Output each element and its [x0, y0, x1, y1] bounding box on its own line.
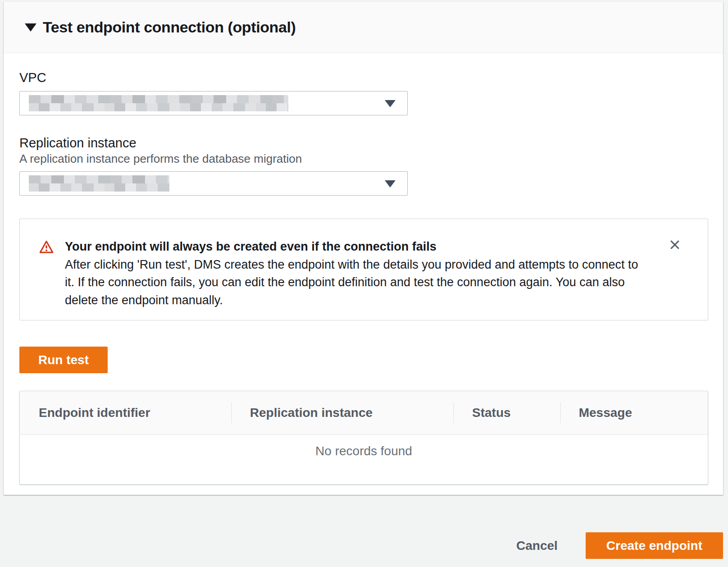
- column-header-message: Message: [560, 391, 708, 434]
- vpc-redacted-value: [29, 95, 288, 111]
- dropdown-caret-icon: [385, 180, 396, 187]
- cancel-button[interactable]: Cancel: [516, 539, 558, 553]
- warning-triangle-icon: [39, 240, 54, 256]
- column-header-status: Status: [453, 391, 560, 434]
- section-title: Test endpoint connection (optional): [43, 18, 296, 36]
- vpc-label: VPC: [19, 71, 709, 84]
- create-endpoint-button[interactable]: Create endpoint: [586, 532, 723, 559]
- vpc-select[interactable]: [19, 91, 408, 115]
- collapse-caret-icon: [25, 23, 36, 32]
- replication-instance-description: A replication instance performs the data…: [19, 153, 709, 165]
- column-header-endpoint-identifier: Endpoint identifier: [20, 391, 231, 434]
- replication-instance-select[interactable]: [19, 171, 408, 196]
- run-test-button[interactable]: Run test: [19, 347, 108, 373]
- alert-body: After clicking 'Run test', DMS creates t…: [65, 256, 651, 310]
- close-icon[interactable]: [668, 238, 682, 251]
- table-header-row: Endpoint identifier Replication instance…: [20, 391, 708, 435]
- no-records-text: No records found: [315, 444, 412, 484]
- alert-title: Your endpoint will always be created eve…: [65, 238, 651, 256]
- dropdown-caret-icon: [385, 100, 396, 107]
- section-body: VPC Replication instance A replication i…: [4, 53, 723, 503]
- form-actions-footer: Cancel Create endpoint: [4, 532, 723, 559]
- column-header-replication-instance: Replication instance: [231, 391, 453, 434]
- section-header[interactable]: Test endpoint connection (optional): [4, 2, 723, 53]
- test-results-table: Endpoint identifier Replication instance…: [19, 391, 708, 485]
- table-empty-state: No records found: [20, 435, 708, 484]
- test-endpoint-connection-panel: Test endpoint connection (optional) VPC …: [4, 2, 723, 495]
- replication-instance-redacted-value: [29, 175, 169, 192]
- warning-alert: Your endpoint will always be created eve…: [19, 219, 708, 320]
- alert-text: Your endpoint will always be created eve…: [65, 238, 651, 309]
- replication-instance-label: Replication instance: [19, 137, 709, 150]
